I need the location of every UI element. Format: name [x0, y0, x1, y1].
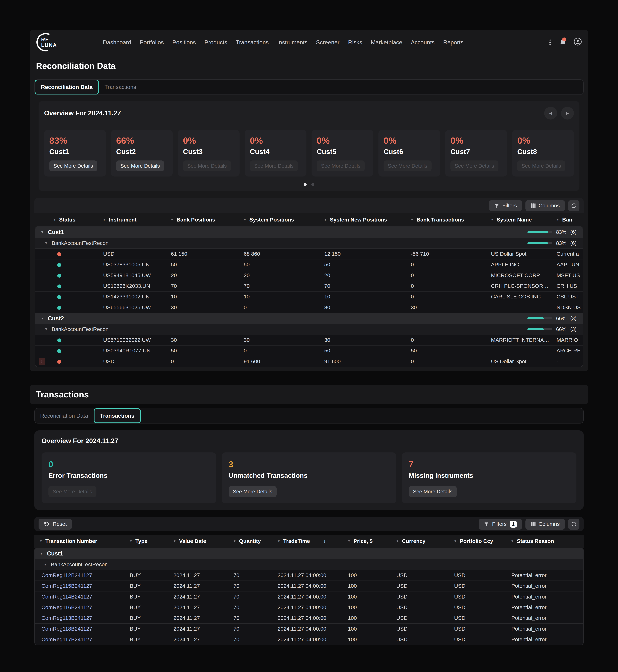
expand-caret-icon[interactable]: ▼	[41, 316, 44, 321]
column-header-portfolio-ccy[interactable]: ▼Portfolio Ccy	[449, 538, 506, 544]
carousel-dot[interactable]	[311, 183, 314, 186]
nav-item-screener[interactable]: Screener	[312, 39, 344, 46]
cell-bank-positions: 10	[166, 294, 239, 300]
sort-desc-icon[interactable]: ↓	[323, 538, 326, 544]
dropdown-caret-icon: ▼	[103, 218, 106, 222]
group-row-cust1[interactable]: ▼Cust183%(6)	[35, 227, 583, 238]
column-label: Status	[59, 217, 76, 223]
cell-transaction-number[interactable]: ComReg118B241127	[35, 626, 125, 632]
column-header-currency[interactable]: ▼Currency	[391, 538, 449, 544]
column-header-system-positions[interactable]: ▼System Positions	[238, 217, 319, 223]
user-avatar[interactable]	[574, 37, 582, 47]
nav-item-portfolios[interactable]: Portfolios	[135, 39, 168, 46]
column-header-type[interactable]: ▼Type	[124, 538, 168, 544]
column-header-bank-positions[interactable]: ▼Bank Positions	[166, 217, 238, 223]
tx-filters-button[interactable]: Filters 1	[479, 519, 522, 530]
nav-item-instruments[interactable]: Instruments	[273, 39, 312, 46]
tab-reconciliation-data[interactable]: Reconciliation Data	[35, 80, 99, 95]
nav-item-marketplace[interactable]: Marketplace	[367, 39, 407, 46]
column-header-value-date[interactable]: ▼Value Date	[168, 538, 228, 544]
status-dot-red-icon	[57, 360, 61, 364]
column-label: TradeTime	[283, 538, 310, 544]
group-row-cust2[interactable]: ▼Cust266%(3)	[35, 313, 583, 324]
cell-system-name: CARLISLE COS INC	[486, 294, 551, 300]
column-header-price[interactable]: ▼Price, $	[342, 538, 391, 544]
tab-transactions-2[interactable]: Transactions	[94, 408, 141, 423]
see-more-details-button[interactable]: See More Details	[49, 160, 97, 172]
carousel-prev-button[interactable]: ◀	[544, 107, 557, 120]
reset-button[interactable]: Reset	[38, 519, 72, 530]
carousel-dot[interactable]	[304, 183, 307, 186]
see-more-details-button[interactable]: See More Details	[116, 160, 164, 172]
carousel-next-button[interactable]: ▶	[561, 107, 574, 120]
expand-caret-icon[interactable]: ▼	[41, 230, 44, 234]
notifications-bell-icon[interactable]	[559, 38, 566, 46]
see-more-details-button: See More Details	[48, 486, 96, 497]
cell-bank-name: NDSN US	[551, 305, 583, 311]
match-progress-bar	[527, 328, 552, 330]
group-row-cust1[interactable]: ▼Cust1	[35, 548, 584, 559]
refresh-icon	[571, 521, 577, 527]
cell-transaction-number[interactable]: ComReg113B241127	[35, 615, 125, 621]
expand-caret-icon[interactable]: ▼	[44, 563, 47, 567]
cell-bank-positions: 20	[166, 272, 239, 278]
dropdown-caret-icon: ▼	[324, 218, 327, 222]
logo-text: RE: LUNA	[41, 37, 57, 48]
subgroup-row-bankaccounttestrecon[interactable]: ▼BankAccountTestRecon	[35, 559, 584, 570]
nav-item-positions[interactable]: Positions	[168, 39, 200, 46]
cell-transaction-number[interactable]: ComReg112B241127	[35, 572, 125, 578]
nav-item-accounts[interactable]: Accounts	[407, 39, 439, 46]
cell-instrument: US03940R1077.UN	[98, 348, 166, 354]
cell-currency: USD	[391, 637, 449, 643]
columns-button[interactable]: Columns	[525, 200, 565, 211]
cell-status-reason: Potential_error	[506, 626, 546, 632]
tx-columns-button[interactable]: Columns	[525, 519, 565, 530]
column-header-instrument[interactable]: ▼Instrument	[98, 217, 165, 223]
transactions-title: Transactions	[36, 389, 89, 400]
overview-card-cust4: 0%Cust4See More Details	[245, 130, 306, 177]
column-label: Status Reason	[517, 538, 554, 544]
see-more-details-button[interactable]: See More Details	[229, 486, 277, 497]
cell-transaction-number[interactable]: ComReg117B241127	[35, 637, 125, 643]
nav-item-reports[interactable]: Reports	[439, 39, 468, 46]
cell-currency: USD	[391, 572, 449, 578]
column-header-bank-transactions[interactable]: ▼Bank Transactions	[405, 217, 486, 223]
row-count: (6)	[570, 229, 577, 235]
column-header-status-reason[interactable]: ▼Status Reason	[506, 538, 584, 544]
column-header-system-new-positions[interactable]: ▼System New Positions	[319, 217, 405, 223]
nav-item-risks[interactable]: Risks	[344, 39, 367, 46]
tx-refresh-button[interactable]	[568, 519, 579, 530]
column-header-tradetime[interactable]: ▼TradeTime↓	[272, 538, 342, 544]
expand-caret-icon[interactable]: ▼	[44, 327, 48, 331]
filters-button[interactable]: Filters	[489, 200, 522, 211]
nav-item-transactions[interactable]: Transactions	[231, 39, 273, 46]
cell-currency: USD	[391, 594, 449, 600]
refresh-button[interactable]	[568, 200, 579, 211]
expand-caret-icon[interactable]: ▼	[40, 551, 43, 555]
cell-bank-positions: 30	[166, 305, 239, 311]
column-header-ban[interactable]: ▼Ban	[551, 217, 583, 223]
nav-item-dashboard[interactable]: Dashboard	[99, 39, 135, 46]
tab-transactions[interactable]: Transactions	[99, 80, 141, 95]
dropdown-caret-icon: ▼	[233, 539, 236, 543]
subgroup-row-bankaccounttestrecon[interactable]: ▼BankAccountTestRecon83%(6)	[35, 238, 583, 248]
expand-caret-icon[interactable]: ▼	[44, 241, 48, 245]
reluna-logo[interactable]: RE: LUNA	[36, 33, 99, 52]
tab-reconciliation-data-2[interactable]: Reconciliation Data	[35, 408, 94, 423]
cell-transaction-number[interactable]: ComReg116B241127	[35, 604, 125, 610]
column-header-quantity[interactable]: ▼Quantity	[228, 538, 272, 544]
column-header-transaction-number[interactable]: ▼Transaction Number	[34, 538, 124, 544]
cell-transaction-number[interactable]: ComReg114B241127	[35, 594, 125, 600]
column-header-system-name[interactable]: ▼System Name	[486, 217, 551, 223]
cell-system-positions: 0	[238, 348, 319, 354]
see-more-details-button[interactable]: See More Details	[409, 486, 457, 497]
column-label: System New Positions	[330, 217, 387, 223]
nav-item-products[interactable]: Products	[200, 39, 231, 46]
more-menu-icon[interactable]	[548, 38, 552, 47]
subgroup-row-bankaccounttestrecon[interactable]: ▼BankAccountTestRecon66%(3)	[35, 324, 583, 334]
cell-transaction-number[interactable]: ComReg115B241127	[35, 583, 125, 589]
column-label: Transaction Number	[45, 538, 97, 544]
column-header-status[interactable]: ▼Status	[48, 217, 98, 223]
column-label: Quantity	[239, 538, 261, 544]
cell-status-reason-wrap: Potential_error	[506, 624, 583, 634]
